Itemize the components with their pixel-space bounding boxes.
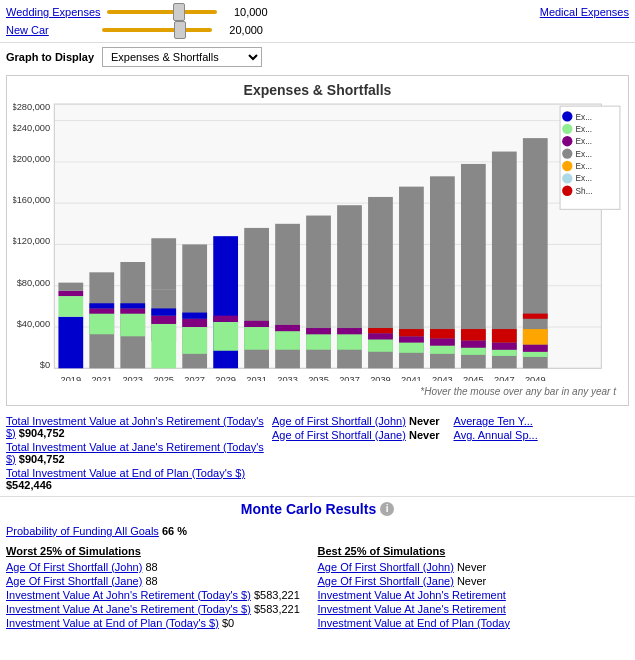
svg-rect-50 [337, 334, 362, 349]
probability-label[interactable]: Probability of Funding All Goals [6, 525, 159, 537]
best-label-3[interactable]: Investment Value At Jane's Retirement [318, 603, 506, 615]
worst-value-1: 88 [145, 575, 157, 587]
best-value-1: Never [457, 575, 486, 587]
monte-carlo-info-icon[interactable]: i [380, 502, 394, 516]
stat-avg-annual-label[interactable]: Avg. Annual Sp... [454, 429, 538, 441]
simulations-section: Worst 25% of Simulations Age Of First Sh… [0, 541, 635, 635]
stat-end-plan-value: $542,446 [6, 479, 52, 491]
chart-title: Expenses & Shortfalls [13, 82, 622, 98]
wedding-expenses-track [107, 10, 217, 14]
svg-rect-21 [89, 314, 114, 335]
wedding-expenses-thumb[interactable] [173, 3, 185, 21]
svg-rect-34 [182, 327, 207, 354]
svg-rect-19 [58, 283, 83, 291]
stat-john-retirement: Total Investment Value at John's Retirem… [6, 415, 266, 439]
best-value-0: Never [457, 561, 486, 573]
svg-rect-31 [151, 316, 176, 324]
graph-to-display-label: Graph to Display [6, 51, 94, 63]
svg-rect-67 [461, 329, 486, 340]
svg-rect-57 [399, 342, 424, 352]
svg-rect-28 [151, 238, 176, 290]
svg-rect-22 [89, 308, 114, 313]
graph-select[interactable]: Expenses & Shortfalls Investment Values … [102, 47, 262, 67]
svg-rect-39 [213, 316, 238, 322]
best-label-0[interactable]: Age Of First Shortfall (John) [318, 561, 454, 573]
svg-rect-35 [182, 319, 207, 327]
monte-carlo-label: Monte Carlo Results [241, 501, 376, 517]
best-label-2[interactable]: Investment Value At John's Retirement [318, 589, 506, 601]
svg-rect-17 [58, 296, 83, 317]
svg-text:2029: 2029 [215, 375, 236, 381]
chart-container: Expenses & Shortfalls $0 $40,000 $80,000… [6, 75, 629, 406]
svg-rect-47 [306, 334, 331, 349]
svg-point-98 [562, 136, 572, 146]
svg-text:2021: 2021 [91, 375, 112, 381]
stat-avg-ten-label[interactable]: Average Ten Y... [454, 415, 533, 427]
svg-text:2047: 2047 [494, 375, 515, 381]
worst-label-1[interactable]: Age Of First Shortfall (Jane) [6, 575, 142, 587]
worst-value-0: 88 [145, 561, 157, 573]
svg-rect-70 [492, 342, 517, 349]
stats-row-1: Total Investment Value at John's Retirem… [6, 413, 629, 493]
stats-right: Average Ten Y... Avg. Annual Sp... [454, 413, 630, 493]
svg-rect-62 [430, 338, 455, 345]
svg-rect-55 [368, 328, 393, 333]
new-car-slider[interactable] [102, 22, 212, 38]
svg-point-96 [562, 124, 572, 134]
wedding-expenses-label[interactable]: Wedding Expenses [6, 6, 101, 18]
svg-text:$120,000: $120,000 [13, 236, 50, 246]
svg-rect-38 [213, 322, 238, 351]
svg-text:2033: 2033 [277, 375, 298, 381]
svg-text:$0: $0 [40, 360, 50, 370]
wedding-expenses-slider[interactable] [107, 4, 217, 20]
svg-rect-23 [89, 303, 114, 308]
svg-rect-16 [58, 317, 83, 369]
svg-rect-54 [368, 333, 393, 339]
chart-area: $0 $40,000 $80,000 $120,000 $160,000 $20… [13, 102, 622, 384]
best-label-1[interactable]: Age Of First Shortfall (Jane) [318, 575, 454, 587]
stat-shortfall-john: Age of First Shortfall (John) Never [272, 415, 448, 427]
svg-text:2039: 2039 [370, 375, 391, 381]
stat-john-retirement-value: $904,752 [19, 427, 65, 439]
new-car-label[interactable]: New Car [6, 24, 96, 36]
svg-text:Ex...: Ex... [576, 174, 593, 183]
svg-rect-69 [492, 350, 517, 356]
new-car-thumb[interactable] [174, 21, 186, 39]
svg-text:2019: 2019 [60, 375, 81, 381]
medical-expenses-label[interactable]: Medical Expenses [540, 6, 629, 18]
stat-end-plan-label[interactable]: Total Investment Value at End of Plan (T… [6, 467, 245, 479]
new-car-track [102, 28, 212, 32]
svg-text:Sh...: Sh... [576, 187, 593, 196]
svg-text:2023: 2023 [122, 375, 143, 381]
worst-label-3[interactable]: Investment Value At Jane's Retirement (T… [6, 603, 251, 615]
worst-label-4[interactable]: Investment Value at End of Plan (Today's… [6, 617, 219, 629]
svg-point-106 [562, 186, 572, 196]
svg-point-100 [562, 148, 572, 158]
new-car-value: 20,000 [218, 24, 263, 36]
stat-jane-retirement: Total Investment Value at Jane's Retirem… [6, 441, 266, 465]
best-label-4[interactable]: Investment Value at End of Plan (Today [318, 617, 510, 629]
new-car-group: New Car 20,000 [6, 22, 263, 38]
svg-rect-66 [461, 340, 486, 347]
svg-rect-51 [337, 328, 362, 334]
svg-rect-61 [430, 346, 455, 354]
worst-label-2[interactable]: Investment Value At John's Retirement (T… [6, 589, 251, 601]
svg-text:$240,000: $240,000 [13, 123, 50, 133]
stat-shortfall-john-label[interactable]: Age of First Shortfall (John) [272, 415, 406, 427]
stats-section: Total Investment Value at John's Retirem… [0, 410, 635, 496]
svg-rect-53 [368, 339, 393, 351]
stat-avg-annual: Avg. Annual Sp... [454, 429, 630, 441]
stat-end-plan: Total Investment Value at End of Plan (T… [6, 467, 266, 491]
svg-rect-71 [492, 329, 517, 342]
stat-shortfall-jane-label[interactable]: Age of First Shortfall (Jane) [272, 429, 406, 441]
svg-rect-59 [399, 329, 424, 336]
svg-rect-18 [58, 291, 83, 296]
svg-rect-41 [244, 327, 269, 350]
wedding-expenses-group: Wedding Expenses 10,000 [6, 4, 268, 20]
svg-rect-48 [306, 328, 331, 334]
worst-label-0[interactable]: Age Of First Shortfall (John) [6, 561, 142, 573]
svg-text:2043: 2043 [432, 375, 453, 381]
top-controls: Wedding Expenses 10,000 Medical Expenses [0, 0, 635, 24]
best-header: Best 25% of Simulations [318, 545, 630, 557]
svg-rect-30 [151, 324, 176, 368]
